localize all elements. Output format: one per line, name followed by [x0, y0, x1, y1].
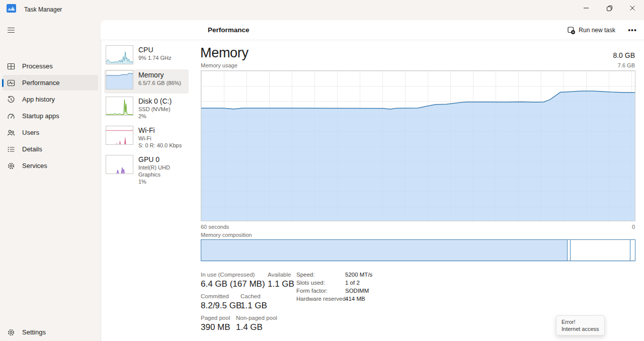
available-label: Available [268, 272, 291, 278]
perf-item-sub: 6.5/7.6 GB (86%) [138, 79, 181, 87]
error-tooltip: Error! Internet access [556, 315, 605, 335]
perf-item-wifi[interactable]: Wi-Fi Wi-Fi S: 0 R: 40.0 Kbps [104, 125, 189, 153]
sidebar-item-label: App history [22, 96, 55, 103]
disk-spark-graph [106, 97, 133, 116]
perf-item-sub: 2% [138, 113, 172, 120]
perf-item-title: CPU [138, 46, 171, 54]
speed-label: Speed: [296, 272, 314, 278]
close-button[interactable] [621, 0, 644, 16]
history-clock-icon [7, 96, 15, 104]
gpu-spark-graph [106, 155, 133, 174]
run-new-task-icon [568, 27, 575, 34]
x-axis-left-label: 60 seconds [201, 224, 229, 230]
perf-item-title: Wi-Fi [138, 126, 182, 135]
composition-segment-in-use [201, 240, 568, 261]
performance-icon [7, 79, 15, 87]
startup-gauge-icon [7, 112, 15, 120]
sidebar-item-label: Performance [22, 79, 59, 87]
cached-value: 1.1 GB [240, 301, 267, 311]
ellipsis-icon: ••• [628, 26, 637, 34]
page-title: Performance [208, 26, 250, 34]
hamburger-icon [7, 26, 15, 34]
memory-page-title: Memory [200, 45, 249, 61]
sidebar-item-label: Processes [22, 62, 53, 70]
perf-item-sub: 1% [138, 178, 189, 185]
memory-composition-label: Memory composition [201, 232, 252, 238]
sidebar-item-processes[interactable]: Processes [3, 58, 98, 74]
perf-item-sub: SSD (NVMe) [138, 106, 172, 113]
composition-segment-free [630, 240, 635, 261]
in-use-value: 6.4 GB (167 MB) [201, 279, 265, 289]
minimize-button[interactable] [575, 0, 598, 16]
nav-menu-button[interactable] [3, 22, 98, 38]
perf-item-sub: Intel(R) UHD Graphics [138, 164, 189, 178]
committed-value: 8.2/9.5 GB [201, 301, 242, 311]
hardware-reserved-value: 414 MB [345, 296, 365, 302]
sidebar-item-startup-apps[interactable]: Startup apps [3, 108, 98, 124]
panel-header: Performance Run new task ••• [101, 20, 644, 40]
cpu-spark-graph [106, 45, 133, 64]
perf-item-sub: Wi-Fi [138, 135, 182, 142]
slots-used-label: Slots used: [296, 280, 325, 286]
memory-spark-graph [106, 70, 133, 90]
perf-item-disk[interactable]: Disk 0 (C:) SSD (NVMe) 2% [104, 96, 189, 124]
sidebar-item-label: Settings [22, 328, 46, 336]
paged-pool-label: Paged pool [201, 315, 230, 321]
run-new-task-label: Run new task [579, 27, 615, 34]
processes-icon [7, 62, 15, 70]
sidebar-item-label: Startup apps [22, 112, 59, 120]
perf-item-cpu[interactable]: CPU 9% 1.74 GHz [104, 44, 189, 67]
perf-item-sub: S: 0 R: 40.0 Kbps [138, 142, 182, 149]
sidebar-item-label: Services [22, 162, 47, 169]
tooltip-line-2: Internet access [561, 325, 599, 332]
perf-item-sub: 9% 1.74 GHz [138, 54, 171, 61]
hardware-reserved-label: Hardware reserved: [296, 296, 347, 302]
perf-item-gpu[interactable]: GPU 0 Intel(R) UHD Graphics 1% [104, 154, 189, 182]
cached-label: Cached [240, 293, 261, 299]
available-value: 1.1 GB [268, 279, 294, 289]
settings-gear-icon [7, 328, 15, 336]
perf-item-memory[interactable]: Memory 6.5/7.6 GB (86%) [104, 69, 189, 94]
users-icon [7, 129, 15, 137]
memory-usage-chart[interactable] [201, 70, 635, 221]
x-axis-right-label: 0 [632, 224, 635, 230]
sidebar-item-settings[interactable]: Settings [3, 324, 98, 340]
details-list-icon [7, 145, 15, 153]
nonpaged-pool-value: 1.4 GB [236, 322, 263, 332]
committed-label: Committed [201, 293, 229, 299]
more-options-button[interactable]: ••• [625, 23, 640, 37]
memory-total-capacity: 8.0 GB [613, 51, 635, 59]
form-factor-label: Form factor: [296, 288, 328, 294]
window-title: Task Manager [24, 6, 62, 13]
speed-value: 5200 MT/s [345, 272, 372, 278]
selected-indicator [2, 79, 4, 87]
task-manager-logo-icon [7, 4, 16, 13]
sidebar-item-services[interactable]: Services [3, 158, 98, 174]
sidebar-item-performance[interactable]: Performance [3, 75, 98, 91]
slots-used-value: 1 of 2 [345, 280, 360, 286]
perf-item-title: GPU 0 [138, 155, 189, 164]
paged-pool-value: 390 MB [201, 322, 230, 332]
memory-composition-bar[interactable] [201, 239, 635, 261]
wifi-spark-graph [106, 126, 133, 145]
memory-usage-max-label: 7.6 GB [618, 62, 635, 68]
restore-button[interactable] [598, 0, 621, 16]
sidebar-item-label: Details [22, 145, 42, 153]
form-factor-value: SODIMM [345, 288, 369, 294]
run-new-task-button[interactable]: Run new task [562, 23, 620, 37]
sidebar-item-users[interactable]: Users [3, 125, 98, 140]
perf-item-title: Memory [138, 71, 181, 79]
sidebar-item-details[interactable]: Details [3, 141, 98, 157]
perf-item-title: Disk 0 (C:) [138, 97, 172, 106]
composition-segment-standby [571, 240, 630, 261]
sidebar-item-app-history[interactable]: App history [3, 92, 98, 107]
tooltip-line-1: Error! [561, 318, 599, 325]
sidebar-item-label: Users [22, 129, 39, 136]
nonpaged-pool-label: Non-paged pool [236, 315, 277, 321]
memory-usage-label: Memory usage [201, 62, 237, 68]
services-cog-icon [7, 162, 15, 170]
sidebar: Processes Performance App history Startu… [0, 20, 101, 341]
title-bar: Task Manager [0, 0, 644, 20]
in-use-label: In use (Compressed) [201, 272, 255, 278]
